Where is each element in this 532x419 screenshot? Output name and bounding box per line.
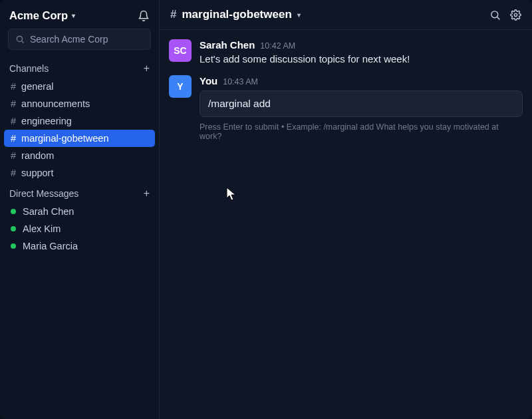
workspace-switcher[interactable]: Acme Corp ▾	[9, 9, 75, 22]
svg-point-0	[17, 36, 22, 41]
app-window: Acme Corp ▾ Search Acme Corp Channels + …	[0, 0, 532, 419]
channel-name: announcements	[21, 98, 90, 109]
channel-title: marginal-gobetween	[182, 8, 291, 21]
workspace-header: Acme Corp ▾	[0, 0, 159, 29]
channel-name: support	[21, 168, 53, 178]
workspace-name: Acme Corp	[9, 9, 68, 22]
search-input[interactable]: Search Acme Corp	[8, 29, 151, 50]
svg-line-3	[497, 17, 499, 19]
add-dm-button[interactable]: +	[144, 188, 150, 199]
gear-icon[interactable]	[510, 9, 521, 21]
message-time: 10:42 AM	[260, 41, 295, 51]
add-channel-button[interactable]: +	[144, 63, 150, 74]
presence-dot	[11, 209, 16, 214]
avatar[interactable]: SC	[169, 39, 192, 62]
presence-dot	[11, 226, 16, 231]
channels-section-head: Channels +	[0, 57, 159, 78]
channel-name: engineering	[21, 116, 72, 126]
channel-header: # marginal-gobetween ▾	[160, 0, 532, 30]
channel-name: general	[21, 81, 53, 92]
channels-label: Channels	[9, 63, 49, 74]
mouse-cursor	[226, 187, 237, 202]
avatar-initials: SC	[174, 45, 186, 56]
svg-line-1	[22, 41, 24, 43]
hash-icon: #	[11, 133, 16, 144]
channel-name: random	[21, 150, 54, 161]
sidebar-item-engineering[interactable]: #engineering	[4, 112, 155, 130]
sidebar-item-general[interactable]: #general	[4, 78, 155, 95]
hash-icon: #	[11, 168, 16, 178]
dm-name: Sarah Chen	[23, 206, 74, 217]
sidebar-item-support[interactable]: #support	[4, 164, 155, 182]
dm-name: Alex Kim	[23, 223, 61, 234]
sidebar: Acme Corp ▾ Search Acme Corp Channels + …	[0, 0, 160, 419]
avatar[interactable]: Y	[169, 75, 192, 98]
message-body: You 10:43 AM /marginal add Press Enter t…	[200, 75, 523, 141]
sidebar-item-announcements[interactable]: #announcements	[4, 95, 155, 112]
channel-list: #general #announcements #engineering #ma…	[0, 78, 159, 182]
command-hint: Press Enter to submit • Example: /margin…	[200, 122, 523, 141]
dms-label: Direct Messages	[9, 188, 78, 199]
search-container: Search Acme Corp	[0, 29, 159, 57]
dm-name: Maria Garcia	[23, 241, 78, 251]
search-icon[interactable]	[489, 9, 501, 21]
sidebar-item-marginal-gobetween[interactable]: #marginal-gobetween	[4, 130, 155, 147]
dm-item-sarah-chen[interactable]: Sarah Chen	[4, 203, 155, 220]
command-input-text: /marginal add	[208, 98, 271, 109]
search-icon	[15, 35, 25, 44]
message-list: SC Sarah Chen 10:42 AM Let's add some di…	[160, 30, 532, 419]
dm-item-maria-garcia[interactable]: Maria Garcia	[4, 237, 155, 255]
hash-icon: #	[170, 8, 176, 21]
message-text: Let's add some discussion topics for nex…	[200, 52, 523, 66]
message-time: 10:43 AM	[223, 77, 258, 86]
message-author[interactable]: You	[200, 75, 217, 86]
chevron-down-icon: ▾	[72, 12, 75, 19]
message-row: Y You 10:43 AM /marginal add Press Enter…	[169, 75, 523, 141]
chevron-down-icon: ▾	[297, 11, 301, 19]
message-author[interactable]: Sarah Chen	[200, 39, 255, 51]
svg-point-2	[491, 11, 498, 17]
hash-icon: #	[11, 98, 16, 109]
hash-icon: #	[11, 116, 16, 126]
bell-icon[interactable]	[138, 10, 150, 22]
avatar-initials: Y	[177, 81, 183, 92]
command-input[interactable]: /marginal add	[200, 90, 523, 117]
header-actions	[489, 9, 521, 21]
message-body: Sarah Chen 10:42 AM Let's add some discu…	[200, 39, 523, 66]
hash-icon: #	[11, 81, 16, 92]
search-placeholder: Search Acme Corp	[30, 34, 108, 45]
hash-icon: #	[11, 150, 16, 161]
presence-dot	[11, 243, 16, 249]
svg-point-4	[514, 13, 517, 16]
sidebar-item-random[interactable]: #random	[4, 147, 155, 164]
channel-name: marginal-gobetween	[21, 133, 108, 144]
message-row: SC Sarah Chen 10:42 AM Let's add some di…	[169, 39, 523, 66]
dms-section-head: Direct Messages +	[0, 182, 159, 203]
message-head: You 10:43 AM	[200, 75, 523, 86]
channel-title-button[interactable]: # marginal-gobetween ▾	[170, 8, 301, 21]
dm-item-alex-kim[interactable]: Alex Kim	[4, 220, 155, 237]
dm-list: Sarah Chen Alex Kim Maria Garcia	[0, 203, 159, 255]
main-pane: # marginal-gobetween ▾ SC Sarah Chen	[160, 0, 532, 419]
message-head: Sarah Chen 10:42 AM	[200, 39, 523, 51]
